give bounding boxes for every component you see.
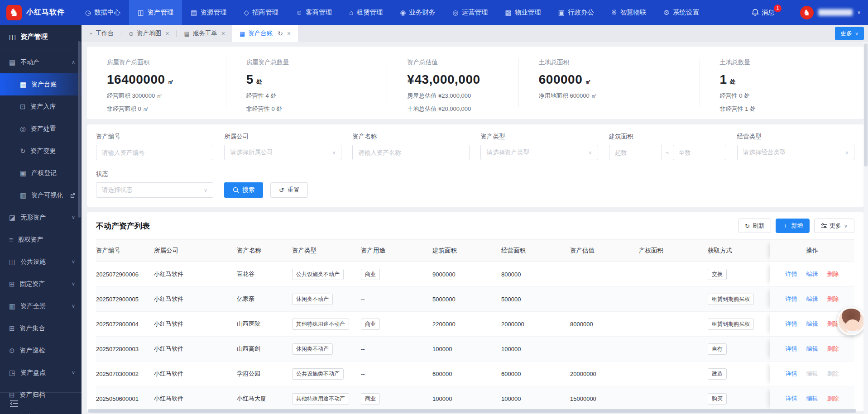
tag-badge: 公共设施类不动产 [292, 368, 344, 380]
sidebar-item-intangible-asset[interactable]: ◪无形资产∨ [0, 206, 82, 228]
nav-item-data-center[interactable]: ◷数据中心 [77, 0, 129, 25]
nav-item-label: 资产管理 [147, 8, 173, 17]
list-title: 不动产资产列表 [96, 221, 150, 231]
sidebar-item-equity-asset[interactable]: ≡股权资产 [0, 228, 82, 251]
nav-item-investment[interactable]: ◇招商管理 [235, 0, 287, 25]
chevron-down-icon: ∨ [72, 259, 75, 265]
nav-item-iot[interactable]: ※智慧物联 [603, 0, 655, 25]
asset-type-select[interactable]: 请选择资产类型∨ [480, 145, 598, 160]
refresh-button[interactable]: ↻ 刷新 [738, 219, 771, 233]
dashboard-icon: ◔ [89, 30, 92, 37]
nav-item-operations[interactable]: ◎运营管理 [444, 0, 497, 25]
assistant-avatar[interactable] [837, 307, 865, 335]
edit-link[interactable]: 编辑 [806, 320, 818, 328]
sidebar-subitem-ledger[interactable]: ▦资产台账 [0, 73, 82, 95]
tab-服务工单[interactable]: ▤服务工单× [177, 25, 232, 42]
detail-link[interactable]: 详情 [786, 370, 797, 378]
tab-资产地图[interactable]: ⊙资产地图× [121, 25, 176, 42]
delete-link[interactable]: 删除 [827, 345, 839, 353]
sidebar-item-asset-collection[interactable]: ⊞资产集合 [0, 317, 82, 339]
cell-asset-type: 其他特殊用途不动产 [292, 386, 361, 411]
delete-link[interactable]: 删除 [827, 395, 839, 403]
sidebar-item-fixed-asset[interactable]: ⊞固定资产∨ [0, 273, 82, 295]
messages-button[interactable]: 消息 1 [752, 9, 774, 17]
edit-link[interactable]: 编辑 [806, 270, 818, 278]
detail-link[interactable]: 详情 [786, 395, 797, 403]
select-placeholder: 请选择状态 [102, 186, 133, 194]
nav-item-settings[interactable]: ⚙系统设置 [655, 0, 708, 25]
user-avatar[interactable]: ♞ [800, 6, 814, 19]
status-select[interactable]: 请选择状态∨ [96, 182, 213, 198]
username-redacted[interactable] [818, 9, 853, 16]
list-more-button[interactable]: 更多 ∨ [814, 219, 854, 233]
sidebar-item-public-facility[interactable]: ◫公共设施∨ [0, 251, 82, 273]
delete-link[interactable]: 删除 [827, 270, 839, 278]
tab-refresh-icon[interactable]: ↻ [278, 30, 283, 37]
horizontal-scrollbar[interactable] [88, 409, 856, 413]
sidebar-subitem-property-registration[interactable]: ▣产权登记 [0, 162, 82, 184]
chevron-down-icon: ∨ [72, 281, 75, 287]
tag-badge: 休闲类不动产 [292, 343, 333, 355]
nav-item-finance[interactable]: ◉业务财务 [391, 0, 444, 25]
tabs-more-button[interactable]: 更多 ∨ [835, 27, 864, 40]
nav-item-asset-management[interactable]: ◫资产管理 [129, 0, 182, 25]
nav-item-label: 租赁管理 [356, 8, 383, 17]
tab-close-icon[interactable]: × [165, 30, 169, 37]
building-area-to-input[interactable] [673, 145, 726, 160]
search-button[interactable]: 搜索 [224, 182, 263, 198]
asset-name-input[interactable] [352, 145, 470, 160]
stat-sub-line: 非经营面积 0 ㎡ [107, 105, 226, 113]
operations-icon: ◎ [453, 9, 459, 17]
reset-button[interactable]: ↺重置 [270, 182, 308, 198]
edit-link[interactable]: 编辑 [806, 345, 818, 353]
vertical-scrollbar-thumb[interactable] [864, 43, 868, 167]
detail-link[interactable]: 详情 [786, 345, 797, 353]
nav-item-property[interactable]: ▩物业管理 [497, 0, 550, 25]
sidebar-item-label: 资产盘点 [20, 369, 67, 377]
edit-link[interactable]: 编辑 [806, 295, 818, 303]
sidebar-subitem-asset-disposal[interactable]: ◎资产处置 [0, 118, 82, 140]
nav-item-admin-office[interactable]: ▣行政办公 [550, 0, 603, 25]
sidebar-scrollbar-thumb[interactable] [78, 41, 81, 218]
sidebar-menu: ▤不动产∧▦资产台账⊡资产入库◎资产处置↻资产变更▣产权登记▥资产可视化◪无形资… [0, 49, 82, 414]
tab-工作台[interactable]: ◔工作台 [82, 25, 121, 42]
building-area-range: ~ [609, 145, 726, 160]
asset-code-input[interactable] [96, 145, 213, 160]
detail-link[interactable]: 详情 [786, 295, 797, 303]
sidebar-subitem-asset-inbound[interactable]: ⊡资产入库 [0, 95, 82, 118]
edit-link: 编辑 [806, 370, 818, 378]
sidebar-item-asset-inspection[interactable]: ⊙资产巡检 [0, 339, 82, 362]
asset-management-icon: ◫ [138, 9, 144, 17]
sidebar: ◫ 资产管理 ▤不动产∧▦资产台账⊡资产入库◎资产处置↻资产变更▣产权登记▥资产… [0, 25, 82, 414]
public-facility-icon: ◫ [9, 258, 15, 266]
building-area-from-input[interactable] [609, 145, 662, 160]
detail-link[interactable]: 详情 [786, 320, 797, 328]
table-row: 2025072800004小红马软件山西医院其他特殊用途不动产商业2200000… [96, 312, 854, 337]
nav-item-resource-management[interactable]: ▤资源管理 [182, 0, 235, 25]
sidebar-item-building[interactable]: ▤不动产∧ [0, 51, 82, 73]
edit-link[interactable]: 编辑 [806, 395, 818, 403]
sidebar-collapse-button[interactable] [0, 392, 82, 414]
building-icon: ▤ [9, 58, 15, 67]
detail-link[interactable]: 详情 [786, 270, 797, 278]
nav-item-leasing[interactable]: ⌂租赁管理 [340, 0, 391, 25]
sidebar-subitem-asset-change[interactable]: ↻资产变更 [0, 140, 82, 162]
sidebar-subitem-asset-visualization[interactable]: ▥资产可视化 [0, 184, 82, 206]
tab-label: 工作台 [96, 29, 114, 38]
sidebar-item-asset-inventory[interactable]: ◳资产盘点∨ [0, 362, 82, 384]
tag-badge: 租赁到期购买权 [708, 294, 754, 305]
chevron-down-icon: ∨ [589, 150, 592, 156]
nav-item-merchant[interactable]: ☺客商管理 [287, 0, 340, 25]
leasing-icon: ⌂ [349, 9, 353, 16]
operation-type-select[interactable]: 请选择经营类型∨ [737, 145, 854, 160]
tab-资产台账[interactable]: ▦资产台账↻× [232, 25, 298, 42]
chevron-down-icon[interactable]: ∨ [857, 10, 861, 15]
delete-link[interactable]: 删除 [827, 295, 839, 303]
tag-badge: 自有 [708, 343, 727, 355]
owning-company-select[interactable]: 请选择所属公司∨ [224, 145, 341, 160]
tab-close-icon[interactable]: × [287, 30, 291, 37]
add-button[interactable]: ＋ 新增 [776, 219, 810, 233]
refresh-label: 刷新 [753, 222, 764, 230]
sidebar-item-asset-panorama[interactable]: ▥资产全景∨ [0, 295, 82, 317]
tab-close-icon[interactable]: × [221, 30, 225, 37]
